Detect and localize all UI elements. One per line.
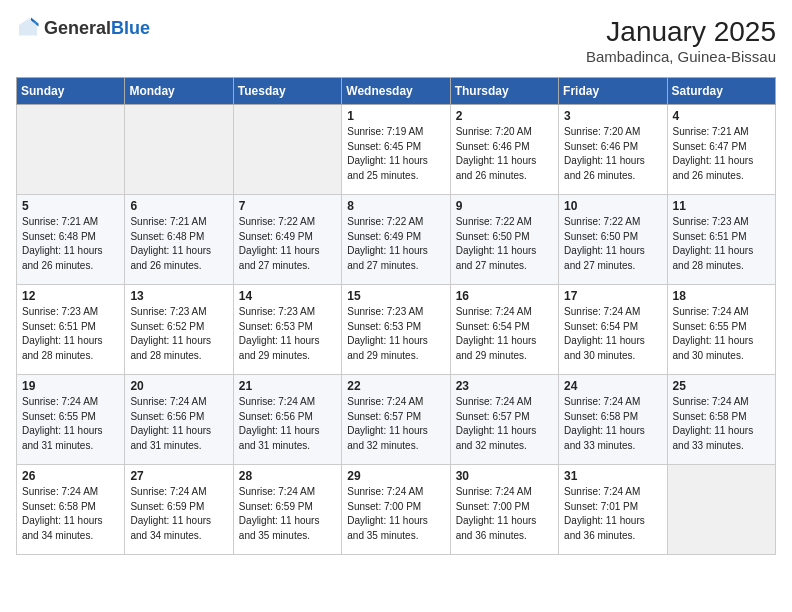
day-number: 30 <box>456 469 553 483</box>
page-header: GeneralBlue January 2025 Bambadinca, Gui… <box>16 16 776 65</box>
weekday-header-saturday: Saturday <box>667 78 775 105</box>
day-number: 18 <box>673 289 770 303</box>
day-info: Sunrise: 7:21 AM Sunset: 6:48 PM Dayligh… <box>22 215 119 273</box>
calendar-cell: 20Sunrise: 7:24 AM Sunset: 6:56 PM Dayli… <box>125 375 233 465</box>
calendar-cell: 12Sunrise: 7:23 AM Sunset: 6:51 PM Dayli… <box>17 285 125 375</box>
day-number: 25 <box>673 379 770 393</box>
calendar-week-row: 5Sunrise: 7:21 AM Sunset: 6:48 PM Daylig… <box>17 195 776 285</box>
day-info: Sunrise: 7:24 AM Sunset: 6:57 PM Dayligh… <box>347 395 444 453</box>
calendar-cell: 8Sunrise: 7:22 AM Sunset: 6:49 PM Daylig… <box>342 195 450 285</box>
calendar-cell: 5Sunrise: 7:21 AM Sunset: 6:48 PM Daylig… <box>17 195 125 285</box>
location-subtitle: Bambadinca, Guinea-Bissau <box>586 48 776 65</box>
day-info: Sunrise: 7:22 AM Sunset: 6:50 PM Dayligh… <box>564 215 661 273</box>
day-info: Sunrise: 7:24 AM Sunset: 6:55 PM Dayligh… <box>22 395 119 453</box>
month-year-title: January 2025 <box>586 16 776 48</box>
day-info: Sunrise: 7:24 AM Sunset: 6:54 PM Dayligh… <box>456 305 553 363</box>
day-number: 29 <box>347 469 444 483</box>
day-number: 4 <box>673 109 770 123</box>
day-info: Sunrise: 7:24 AM Sunset: 7:01 PM Dayligh… <box>564 485 661 543</box>
calendar-cell: 15Sunrise: 7:23 AM Sunset: 6:53 PM Dayli… <box>342 285 450 375</box>
calendar-cell: 1Sunrise: 7:19 AM Sunset: 6:45 PM Daylig… <box>342 105 450 195</box>
day-number: 14 <box>239 289 336 303</box>
weekday-header-thursday: Thursday <box>450 78 558 105</box>
day-number: 26 <box>22 469 119 483</box>
calendar-cell: 16Sunrise: 7:24 AM Sunset: 6:54 PM Dayli… <box>450 285 558 375</box>
calendar-cell: 13Sunrise: 7:23 AM Sunset: 6:52 PM Dayli… <box>125 285 233 375</box>
day-number: 13 <box>130 289 227 303</box>
calendar-cell: 22Sunrise: 7:24 AM Sunset: 6:57 PM Dayli… <box>342 375 450 465</box>
calendar-week-row: 1Sunrise: 7:19 AM Sunset: 6:45 PM Daylig… <box>17 105 776 195</box>
day-number: 22 <box>347 379 444 393</box>
day-number: 9 <box>456 199 553 213</box>
calendar-cell: 2Sunrise: 7:20 AM Sunset: 6:46 PM Daylig… <box>450 105 558 195</box>
day-number: 8 <box>347 199 444 213</box>
calendar-cell <box>233 105 341 195</box>
calendar-cell: 24Sunrise: 7:24 AM Sunset: 6:58 PM Dayli… <box>559 375 667 465</box>
day-number: 23 <box>456 379 553 393</box>
day-number: 20 <box>130 379 227 393</box>
logo-icon <box>16 16 40 40</box>
calendar-cell: 19Sunrise: 7:24 AM Sunset: 6:55 PM Dayli… <box>17 375 125 465</box>
day-info: Sunrise: 7:24 AM Sunset: 6:57 PM Dayligh… <box>456 395 553 453</box>
calendar-cell: 3Sunrise: 7:20 AM Sunset: 6:46 PM Daylig… <box>559 105 667 195</box>
day-number: 24 <box>564 379 661 393</box>
calendar-cell: 21Sunrise: 7:24 AM Sunset: 6:56 PM Dayli… <box>233 375 341 465</box>
calendar-cell: 31Sunrise: 7:24 AM Sunset: 7:01 PM Dayli… <box>559 465 667 555</box>
day-number: 21 <box>239 379 336 393</box>
logo-general: General <box>44 18 111 38</box>
day-number: 12 <box>22 289 119 303</box>
day-info: Sunrise: 7:23 AM Sunset: 6:53 PM Dayligh… <box>239 305 336 363</box>
day-number: 27 <box>130 469 227 483</box>
calendar-week-row: 12Sunrise: 7:23 AM Sunset: 6:51 PM Dayli… <box>17 285 776 375</box>
calendar-cell: 23Sunrise: 7:24 AM Sunset: 6:57 PM Dayli… <box>450 375 558 465</box>
calendar-cell: 17Sunrise: 7:24 AM Sunset: 6:54 PM Dayli… <box>559 285 667 375</box>
day-number: 28 <box>239 469 336 483</box>
weekday-header-friday: Friday <box>559 78 667 105</box>
day-info: Sunrise: 7:23 AM Sunset: 6:51 PM Dayligh… <box>673 215 770 273</box>
day-info: Sunrise: 7:24 AM Sunset: 6:58 PM Dayligh… <box>22 485 119 543</box>
day-info: Sunrise: 7:24 AM Sunset: 6:58 PM Dayligh… <box>564 395 661 453</box>
day-info: Sunrise: 7:20 AM Sunset: 6:46 PM Dayligh… <box>456 125 553 183</box>
calendar-week-row: 26Sunrise: 7:24 AM Sunset: 6:58 PM Dayli… <box>17 465 776 555</box>
day-number: 1 <box>347 109 444 123</box>
day-info: Sunrise: 7:22 AM Sunset: 6:49 PM Dayligh… <box>347 215 444 273</box>
calendar-week-row: 19Sunrise: 7:24 AM Sunset: 6:55 PM Dayli… <box>17 375 776 465</box>
day-info: Sunrise: 7:21 AM Sunset: 6:47 PM Dayligh… <box>673 125 770 183</box>
calendar-cell: 4Sunrise: 7:21 AM Sunset: 6:47 PM Daylig… <box>667 105 775 195</box>
day-info: Sunrise: 7:23 AM Sunset: 6:53 PM Dayligh… <box>347 305 444 363</box>
weekday-header-row: SundayMondayTuesdayWednesdayThursdayFrid… <box>17 78 776 105</box>
day-number: 6 <box>130 199 227 213</box>
weekday-header-wednesday: Wednesday <box>342 78 450 105</box>
day-number: 2 <box>456 109 553 123</box>
day-info: Sunrise: 7:20 AM Sunset: 6:46 PM Dayligh… <box>564 125 661 183</box>
calendar-cell: 6Sunrise: 7:21 AM Sunset: 6:48 PM Daylig… <box>125 195 233 285</box>
day-number: 5 <box>22 199 119 213</box>
day-number: 16 <box>456 289 553 303</box>
title-block: January 2025 Bambadinca, Guinea-Bissau <box>586 16 776 65</box>
logo: GeneralBlue <box>16 16 150 40</box>
day-info: Sunrise: 7:24 AM Sunset: 6:58 PM Dayligh… <box>673 395 770 453</box>
calendar-cell: 26Sunrise: 7:24 AM Sunset: 6:58 PM Dayli… <box>17 465 125 555</box>
calendar-cell: 18Sunrise: 7:24 AM Sunset: 6:55 PM Dayli… <box>667 285 775 375</box>
day-number: 7 <box>239 199 336 213</box>
day-number: 17 <box>564 289 661 303</box>
day-info: Sunrise: 7:22 AM Sunset: 6:50 PM Dayligh… <box>456 215 553 273</box>
logo-blue: Blue <box>111 18 150 38</box>
calendar-cell: 10Sunrise: 7:22 AM Sunset: 6:50 PM Dayli… <box>559 195 667 285</box>
day-info: Sunrise: 7:24 AM Sunset: 7:00 PM Dayligh… <box>347 485 444 543</box>
day-info: Sunrise: 7:19 AM Sunset: 6:45 PM Dayligh… <box>347 125 444 183</box>
weekday-header-monday: Monday <box>125 78 233 105</box>
day-number: 19 <box>22 379 119 393</box>
calendar-cell: 9Sunrise: 7:22 AM Sunset: 6:50 PM Daylig… <box>450 195 558 285</box>
calendar-cell: 25Sunrise: 7:24 AM Sunset: 6:58 PM Dayli… <box>667 375 775 465</box>
calendar-cell: 29Sunrise: 7:24 AM Sunset: 7:00 PM Dayli… <box>342 465 450 555</box>
calendar-cell <box>667 465 775 555</box>
calendar-cell: 30Sunrise: 7:24 AM Sunset: 7:00 PM Dayli… <box>450 465 558 555</box>
calendar-cell <box>17 105 125 195</box>
day-info: Sunrise: 7:23 AM Sunset: 6:52 PM Dayligh… <box>130 305 227 363</box>
calendar-cell: 28Sunrise: 7:24 AM Sunset: 6:59 PM Dayli… <box>233 465 341 555</box>
day-number: 11 <box>673 199 770 213</box>
day-number: 3 <box>564 109 661 123</box>
day-info: Sunrise: 7:24 AM Sunset: 6:55 PM Dayligh… <box>673 305 770 363</box>
weekday-header-tuesday: Tuesday <box>233 78 341 105</box>
